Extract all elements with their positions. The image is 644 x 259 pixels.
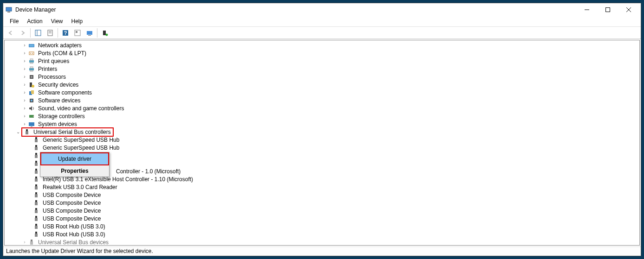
- minimize-button[interactable]: [576, 3, 597, 16]
- port-icon: [28, 50, 35, 57]
- tree-item-label: Print queues: [37, 58, 70, 64]
- tree-item-label: Software components: [37, 89, 93, 96]
- tree-item-label: Processors: [37, 74, 67, 80]
- svg-rect-49: [35, 155, 38, 158]
- tree-item-label: USB Composite Device: [42, 200, 102, 206]
- tree-item[interactable]: › Ports (COM & LPT): [5, 49, 639, 57]
- menu-update-driver[interactable]: Update driver: [40, 152, 109, 165]
- tree-item-usb-controllers[interactable]: ⌄ Universal Serial Bus controllers: [5, 128, 639, 136]
- svg-rect-68: [35, 232, 37, 234]
- svg-rect-64: [35, 216, 37, 218]
- expand-arrow-icon[interactable]: ›: [21, 98, 28, 103]
- menu-properties[interactable]: Properties: [40, 165, 109, 177]
- menu-help[interactable]: Help: [68, 17, 87, 25]
- tree-item-usb-devices[interactable]: › Universal Serial Bus devices: [5, 238, 639, 245]
- usb-icon: [32, 199, 40, 207]
- expand-arrow-icon[interactable]: ›: [21, 74, 28, 79]
- svg-rect-21: [29, 52, 34, 55]
- svg-rect-69: [35, 234, 38, 237]
- usb-icon: [32, 191, 40, 199]
- svg-rect-66: [35, 224, 37, 226]
- tree-item[interactable]: › Sound, video and game controllers: [5, 104, 639, 112]
- tree-item[interactable]: USB Composite Device: [5, 199, 639, 207]
- tree-item[interactable]: USB Composite Device: [5, 215, 639, 222]
- tree-item[interactable]: Generic SuperSpeed USB Hub: [5, 136, 639, 144]
- expand-arrow-icon[interactable]: ›: [21, 58, 28, 63]
- tree-item-label: Sound, video and game controllers: [37, 105, 125, 112]
- expand-arrow-icon[interactable]: ›: [21, 106, 28, 111]
- svg-rect-61: [35, 202, 38, 205]
- svg-rect-70: [31, 240, 32, 241]
- tree-item[interactable]: Generic SuperSpeed USB Hub: [5, 144, 639, 152]
- tree-item[interactable]: Realtek USB 3.0 Card Reader: [5, 183, 639, 191]
- expand-arrow-icon[interactable]: ›: [21, 43, 28, 48]
- expand-arrow-icon[interactable]: ›: [21, 121, 28, 126]
- svg-rect-62: [35, 208, 37, 210]
- menu-action[interactable]: Action: [23, 17, 46, 25]
- usb-icon: [23, 128, 31, 136]
- tree-item-label: USB Composite Device: [42, 192, 102, 198]
- tree-item-label: Generic SuperSpeed USB Hub: [42, 145, 120, 151]
- menu-file[interactable]: File: [6, 17, 22, 25]
- expand-arrow-icon[interactable]: ›: [21, 240, 28, 245]
- tree-item-label: USB Root Hub (USB 3.0): [42, 223, 106, 230]
- expand-arrow-icon[interactable]: ›: [21, 51, 28, 56]
- tree-item[interactable]: USB Root Hub (USB 3.0): [5, 230, 639, 238]
- svg-rect-45: [35, 139, 38, 142]
- menu-bar: File Action View Help: [3, 16, 641, 27]
- toolbar-button-7[interactable]: [99, 28, 110, 38]
- tree-item[interactable]: USB Root Hub (USB 3.0): [5, 222, 639, 230]
- collapse-arrow-icon[interactable]: ⌄: [15, 129, 21, 134]
- usb-icon: [32, 136, 40, 144]
- tree-item-label: Printers: [37, 66, 58, 72]
- title-bar[interactable]: Device Manager: [3, 3, 641, 16]
- tree-item-label: Ports (COM & LPT): [37, 50, 87, 57]
- device-tree[interactable]: › Network adapters › Ports (COM & LPT) ›…: [5, 40, 639, 245]
- tree-item[interactable]: › Network adapters: [5, 41, 639, 49]
- svg-rect-46: [35, 145, 37, 147]
- expand-arrow-icon[interactable]: ›: [21, 82, 28, 87]
- svg-point-22: [30, 53, 31, 54]
- svg-rect-65: [35, 218, 38, 221]
- help-button[interactable]: ?: [60, 28, 71, 38]
- svg-rect-0: [6, 7, 12, 11]
- tree-item[interactable]: › Software components: [5, 88, 639, 96]
- toolbar-button-5[interactable]: [72, 28, 83, 38]
- svg-rect-17: [103, 31, 106, 35]
- tree-item[interactable]: › Print queues: [5, 57, 639, 65]
- svg-rect-28: [30, 67, 33, 68]
- svg-rect-54: [35, 177, 37, 178]
- close-button[interactable]: [618, 3, 639, 16]
- svg-rect-35: [31, 90, 34, 94]
- printer-icon: [28, 65, 35, 73]
- app-icon: [5, 6, 13, 13]
- usb-icon: [32, 183, 40, 191]
- tree-item[interactable]: › Software devices: [5, 96, 639, 104]
- svg-rect-44: [35, 137, 37, 139]
- maximize-button[interactable]: [597, 3, 618, 16]
- svg-rect-71: [30, 241, 33, 245]
- tree-item[interactable]: › Security devices: [5, 81, 639, 88]
- menu-view[interactable]: View: [47, 17, 67, 25]
- sound-icon: [28, 105, 35, 112]
- expand-arrow-icon[interactable]: ›: [21, 66, 28, 71]
- tree-item[interactable]: › Printers: [5, 65, 639, 73]
- properties-button[interactable]: [45, 28, 56, 38]
- expand-arrow-icon[interactable]: ›: [21, 114, 28, 119]
- tree-item[interactable]: USB Composite Device: [5, 191, 639, 199]
- tree-item-label: System devices: [37, 121, 78, 127]
- expand-arrow-icon[interactable]: ›: [21, 90, 28, 95]
- svg-rect-37: [31, 100, 32, 101]
- tree-item-label: USB Root Hub (USB 3.0): [42, 231, 106, 238]
- svg-rect-40: [29, 122, 34, 126]
- tree-item[interactable]: › Processors: [5, 73, 639, 81]
- tree-item[interactable]: USB Composite Device: [5, 207, 639, 215]
- show-hide-tree-button[interactable]: [32, 28, 44, 38]
- svg-rect-41: [31, 126, 32, 127]
- forward-button: [17, 28, 28, 38]
- svg-rect-42: [26, 129, 28, 131]
- svg-rect-24: [29, 60, 34, 63]
- tree-item[interactable]: › System devices: [5, 120, 639, 128]
- scan-hardware-button[interactable]: [84, 28, 95, 38]
- tree-item[interactable]: › Storage controllers: [5, 112, 639, 120]
